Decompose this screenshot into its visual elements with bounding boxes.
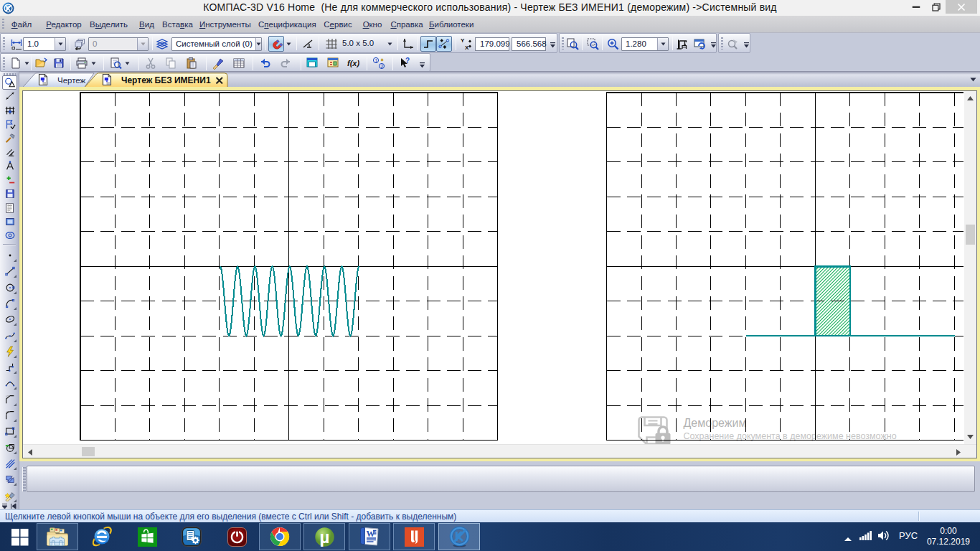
- mode-designations-2-button[interactable]: [2, 117, 17, 131]
- vertical-scroll-thumb[interactable]: [966, 225, 975, 245]
- bar-current-state-grip[interactable]: [3, 37, 5, 50]
- extra-bar-overflow[interactable]: [742, 35, 751, 51]
- menu-справка[interactable]: Справка: [385, 16, 428, 33]
- step-combo[interactable]: 1.0: [23, 37, 66, 51]
- tool-chamfer-button[interactable]: [2, 392, 17, 407]
- open-button[interactable]: [33, 55, 49, 71]
- scroll-down-icon[interactable]: [967, 433, 974, 441]
- scroll-up-icon[interactable]: [967, 95, 974, 102]
- grid-dropdown[interactable]: [386, 36, 393, 52]
- mode-selection-button[interactable]: [2, 173, 17, 187]
- zoom-combo[interactable]: 1.280: [621, 37, 669, 51]
- current-step-button[interactable]: [9, 36, 24, 52]
- menu-инструменты[interactable]: Инструменты: [194, 16, 253, 33]
- zoom-in-button[interactable]: [605, 36, 621, 52]
- menu-спецификация[interactable]: Спецификация: [253, 16, 314, 33]
- tool-collect-contour-button[interactable]: [2, 441, 17, 455]
- tool-segment-button[interactable]: [2, 264, 17, 278]
- zoom-area-button[interactable]: [585, 36, 600, 52]
- property-bar-grip[interactable]: [22, 467, 26, 491]
- taskbar-chrome-button[interactable]: [259, 523, 301, 550]
- minimize-button[interactable]: [905, 0, 927, 14]
- mode-geometry-button[interactable]: [2, 75, 17, 90]
- tool-ellipse-button[interactable]: [2, 312, 17, 326]
- taskbar-tweaker-button[interactable]: [171, 523, 212, 550]
- mode-reports-button[interactable]: [2, 201, 17, 215]
- menu-файл[interactable]: Файл: [5, 16, 38, 33]
- cut-button[interactable]: [143, 55, 159, 71]
- taskbar-word-button[interactable]: W: [349, 523, 390, 550]
- current-state-overflow[interactable]: [548, 35, 557, 51]
- refresh-view-button[interactable]: [692, 36, 707, 52]
- coordinate-x-input[interactable]: 179.099: [475, 37, 509, 51]
- mode-macro-button[interactable]: [2, 228, 17, 242]
- preview-button[interactable]: [108, 55, 123, 71]
- bar-standard-grip[interactable]: [3, 57, 5, 70]
- tool-point-button[interactable]: [2, 248, 17, 263]
- mode-designations-button[interactable]: [2, 103, 17, 118]
- tool-spline-button[interactable]: [2, 329, 17, 343]
- taskbar-kompas-button[interactable]: [438, 523, 480, 550]
- layers-button[interactable]: [154, 36, 170, 52]
- mode-insertions-button[interactable]: [2, 215, 17, 229]
- tool-rectangle-button[interactable]: [2, 424, 17, 438]
- window-list-button[interactable]: [967, 75, 979, 85]
- layer-number-combo-dropdown-icon[interactable]: [137, 38, 148, 50]
- table-button[interactable]: [231, 55, 247, 71]
- copy-button[interactable]: [163, 55, 179, 71]
- bar-extra-grip[interactable]: [721, 37, 723, 50]
- menu-библиотеки[interactable]: Библиотеки: [424, 16, 479, 33]
- horizontal-scroll-thumb[interactable]: [82, 447, 95, 456]
- mode-specification-button[interactable]: [2, 187, 17, 201]
- bar-view-grip[interactable]: [562, 37, 564, 50]
- menu-редактор[interactable]: Редактор: [38, 16, 90, 33]
- tool-fillet-button[interactable]: [2, 408, 17, 423]
- menu-сервис[interactable]: Сервис: [318, 16, 358, 33]
- new-document-button[interactable]: [8, 55, 24, 71]
- zoom-combo-dropdown-icon[interactable]: [657, 38, 668, 50]
- taskbar-ie-button[interactable]: [81, 523, 123, 550]
- window-manager-button[interactable]: [304, 55, 320, 71]
- equations-button[interactable]: f(x): [345, 55, 361, 71]
- menu-grip[interactable]: [2, 19, 4, 30]
- local-cs-button[interactable]: [400, 36, 416, 52]
- menu-окно[interactable]: Окно: [355, 16, 390, 33]
- paste-button[interactable]: [184, 55, 199, 71]
- taskbar-uni-button[interactable]: [393, 523, 435, 550]
- tool-circle-button[interactable]: [2, 281, 17, 295]
- hidden-icons-icon[interactable]: [844, 532, 852, 545]
- tab1-label[interactable]: Чертеж: [57, 76, 86, 85]
- volume-icon[interactable]: [878, 530, 890, 544]
- clock[interactable]: 0:00 07.12.2019: [927, 526, 970, 547]
- save-button[interactable]: [51, 55, 67, 71]
- layer-number-combo[interactable]: 0: [88, 37, 149, 51]
- restore-button[interactable]: [927, 0, 946, 14]
- ortho-drawing-button[interactable]: [420, 36, 436, 52]
- context-help-button[interactable]: ?: [397, 55, 413, 71]
- compact-panel-expand-button[interactable]: [10, 499, 18, 507]
- print-button[interactable]: [74, 55, 90, 71]
- layer-number-button[interactable]: [72, 36, 88, 52]
- mode-dimensions-button[interactable]: [2, 89, 17, 103]
- snap-magnet-button[interactable]: [268, 36, 284, 52]
- compact-panel-more-button[interactable]: [1, 499, 9, 507]
- copy-properties-button[interactable]: [210, 55, 226, 71]
- tab2-label[interactable]: Чертеж БЕЗ ИМЕНИ1: [121, 75, 211, 85]
- view-bar-overflow[interactable]: [709, 35, 718, 51]
- print-dropdown[interactable]: [90, 55, 97, 71]
- taskbar-start-button[interactable]: [0, 523, 40, 550]
- network-icon[interactable]: [859, 531, 872, 544]
- tool-polyline-button[interactable]: [2, 360, 17, 375]
- drawing-canvas[interactable]: ДеморежимСохранение документа в деморежи…: [23, 91, 963, 444]
- snap-points-button[interactable]: [436, 36, 452, 52]
- layer-combo[interactable]: Системный слой (0): [171, 37, 262, 51]
- new-document-dropdown[interactable]: [23, 55, 30, 71]
- scroll-left-icon[interactable]: [28, 449, 32, 457]
- mode-measure-button[interactable]: [2, 159, 17, 173]
- horizontal-scrollbar[interactable]: [23, 444, 976, 458]
- document-tabs[interactable]: Чертеж Чертеж БЕЗ ИМЕНИ1: [19, 72, 980, 88]
- mode-editing-button[interactable]: [2, 131, 17, 146]
- tool-bezier-button[interactable]: [2, 376, 17, 390]
- coordinate-y-input[interactable]: 566.568: [512, 37, 546, 51]
- preview-dropdown[interactable]: [123, 55, 131, 71]
